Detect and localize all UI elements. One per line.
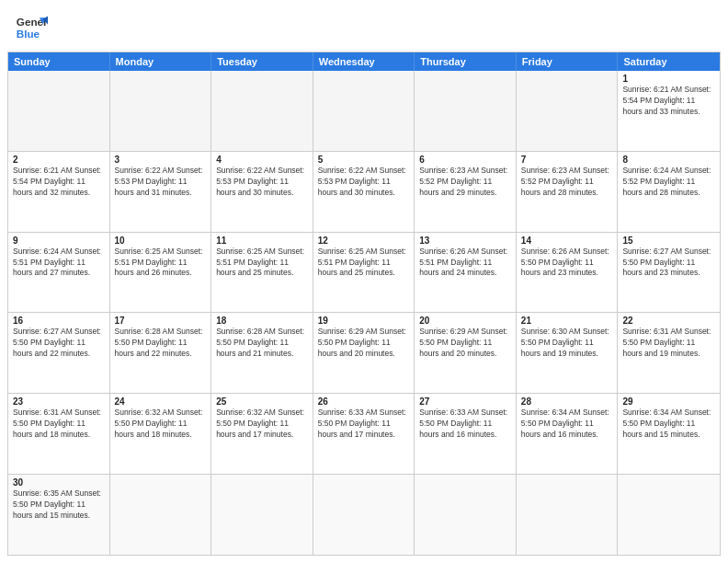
logo: General Blue	[15, 11, 48, 44]
day-header-saturday: Saturday	[618, 52, 720, 71]
cell-info: Sunrise: 6:33 AM Sunset: 5:50 PM Dayligh…	[318, 408, 410, 441]
generalblue-logo-icon: General Blue	[15, 11, 48, 44]
cell-info: Sunrise: 6:25 AM Sunset: 5:51 PM Dayligh…	[318, 247, 410, 280]
calendar-cell: 19Sunrise: 6:29 AM Sunset: 5:50 PM Dayli…	[313, 313, 415, 393]
calendar-cell	[517, 475, 619, 555]
calendar: SundayMondayTuesdayWednesdayThursdayFrid…	[7, 52, 721, 556]
cell-day-number: 17	[115, 316, 207, 326]
cell-day-number: 11	[216, 236, 308, 246]
week-row-0: 1Sunrise: 6:21 AM Sunset: 5:54 PM Daylig…	[8, 71, 720, 151]
cell-day-number: 18	[216, 316, 308, 326]
calendar-cell	[313, 475, 415, 555]
cell-info: Sunrise: 6:32 AM Sunset: 5:50 PM Dayligh…	[216, 408, 308, 441]
cell-day-number: 23	[13, 396, 105, 407]
day-header-thursday: Thursday	[415, 52, 517, 71]
cell-day-number: 10	[115, 236, 207, 246]
calendar-cell: 3Sunrise: 6:22 AM Sunset: 5:53 PM Daylig…	[110, 152, 212, 232]
calendar-cell	[211, 475, 313, 555]
calendar-cell: 15Sunrise: 6:27 AM Sunset: 5:50 PM Dayli…	[618, 233, 720, 313]
calendar-cell: 22Sunrise: 6:31 AM Sunset: 5:50 PM Dayli…	[618, 313, 720, 393]
cell-day-number: 8	[622, 155, 715, 165]
cell-info: Sunrise: 6:29 AM Sunset: 5:50 PM Dayligh…	[318, 327, 410, 360]
cell-day-number: 27	[419, 396, 511, 407]
cell-info: Sunrise: 6:23 AM Sunset: 5:52 PM Dayligh…	[521, 166, 613, 199]
calendar-cell	[110, 71, 212, 151]
calendar-cell: 28Sunrise: 6:34 AM Sunset: 5:50 PM Dayli…	[517, 394, 619, 474]
cell-day-number: 12	[318, 236, 410, 246]
cell-day-number: 5	[318, 155, 410, 165]
cell-day-number: 13	[419, 236, 511, 246]
day-header-monday: Monday	[110, 52, 212, 71]
cell-day-number: 7	[521, 155, 613, 165]
cell-day-number: 29	[622, 396, 715, 407]
calendar-cell: 29Sunrise: 6:34 AM Sunset: 5:50 PM Dayli…	[618, 394, 720, 474]
cell-info: Sunrise: 6:23 AM Sunset: 5:52 PM Dayligh…	[419, 166, 511, 199]
cell-info: Sunrise: 6:34 AM Sunset: 5:50 PM Dayligh…	[622, 408, 715, 441]
cell-day-number: 1	[622, 74, 715, 84]
week-row-4: 23Sunrise: 6:31 AM Sunset: 5:50 PM Dayli…	[8, 393, 720, 474]
cell-day-number: 20	[419, 316, 511, 326]
cell-day-number: 14	[521, 236, 613, 246]
calendar-cell: 1Sunrise: 6:21 AM Sunset: 5:54 PM Daylig…	[618, 71, 720, 151]
calendar-cell: 26Sunrise: 6:33 AM Sunset: 5:50 PM Dayli…	[313, 394, 415, 474]
cell-day-number: 6	[419, 155, 511, 165]
calendar-cell	[618, 475, 720, 555]
calendar-cell: 5Sunrise: 6:22 AM Sunset: 5:53 PM Daylig…	[313, 152, 415, 232]
svg-text:Blue: Blue	[17, 28, 40, 40]
calendar-cell: 20Sunrise: 6:29 AM Sunset: 5:50 PM Dayli…	[415, 313, 517, 393]
cell-day-number: 26	[318, 396, 410, 407]
cell-info: Sunrise: 6:33 AM Sunset: 5:50 PM Dayligh…	[419, 408, 511, 441]
cell-info: Sunrise: 6:26 AM Sunset: 5:50 PM Dayligh…	[521, 247, 613, 280]
calendar-cell: 25Sunrise: 6:32 AM Sunset: 5:50 PM Dayli…	[211, 394, 313, 474]
cell-info: Sunrise: 6:31 AM Sunset: 5:50 PM Dayligh…	[622, 327, 715, 360]
cell-info: Sunrise: 6:21 AM Sunset: 5:54 PM Dayligh…	[13, 166, 105, 199]
weeks: 1Sunrise: 6:21 AM Sunset: 5:54 PM Daylig…	[8, 71, 720, 555]
calendar-cell: 8Sunrise: 6:24 AM Sunset: 5:52 PM Daylig…	[618, 152, 720, 232]
cell-info: Sunrise: 6:27 AM Sunset: 5:50 PM Dayligh…	[13, 327, 105, 360]
calendar-cell: 17Sunrise: 6:28 AM Sunset: 5:50 PM Dayli…	[110, 313, 212, 393]
cell-info: Sunrise: 6:27 AM Sunset: 5:50 PM Dayligh…	[622, 247, 715, 280]
cell-info: Sunrise: 6:28 AM Sunset: 5:50 PM Dayligh…	[115, 327, 207, 360]
cell-info: Sunrise: 6:22 AM Sunset: 5:53 PM Dayligh…	[216, 166, 308, 199]
calendar-cell	[415, 71, 517, 151]
calendar-cell: 2Sunrise: 6:21 AM Sunset: 5:54 PM Daylig…	[8, 152, 110, 232]
page: General Blue SundayMondayTuesdayWednesda…	[0, 0, 728, 563]
cell-info: Sunrise: 6:31 AM Sunset: 5:50 PM Dayligh…	[13, 408, 105, 441]
calendar-cell: 27Sunrise: 6:33 AM Sunset: 5:50 PM Dayli…	[415, 394, 517, 474]
day-header-sunday: Sunday	[8, 52, 110, 71]
cell-day-number: 3	[115, 155, 207, 165]
cell-info: Sunrise: 6:28 AM Sunset: 5:50 PM Dayligh…	[216, 327, 308, 360]
week-row-2: 9Sunrise: 6:24 AM Sunset: 5:51 PM Daylig…	[8, 232, 720, 313]
calendar-cell: 10Sunrise: 6:25 AM Sunset: 5:51 PM Dayli…	[110, 233, 212, 313]
calendar-cell	[211, 71, 313, 151]
calendar-cell: 21Sunrise: 6:30 AM Sunset: 5:50 PM Dayli…	[517, 313, 619, 393]
cell-info: Sunrise: 6:22 AM Sunset: 5:53 PM Dayligh…	[318, 166, 410, 199]
week-row-5: 30Sunrise: 6:35 AM Sunset: 5:50 PM Dayli…	[8, 474, 720, 555]
day-header-friday: Friday	[517, 52, 619, 71]
cell-day-number: 4	[216, 155, 308, 165]
cell-info: Sunrise: 6:25 AM Sunset: 5:51 PM Dayligh…	[115, 247, 207, 280]
cell-day-number: 28	[521, 396, 613, 407]
calendar-cell: 9Sunrise: 6:24 AM Sunset: 5:51 PM Daylig…	[8, 233, 110, 313]
cell-day-number: 21	[521, 316, 613, 326]
cell-info: Sunrise: 6:34 AM Sunset: 5:50 PM Dayligh…	[521, 408, 613, 441]
calendar-cell	[8, 71, 110, 151]
cell-day-number: 22	[622, 316, 715, 326]
calendar-cell: 6Sunrise: 6:23 AM Sunset: 5:52 PM Daylig…	[415, 152, 517, 232]
cell-day-number: 9	[13, 236, 105, 246]
calendar-cell: 18Sunrise: 6:28 AM Sunset: 5:50 PM Dayli…	[211, 313, 313, 393]
calendar-cell: 24Sunrise: 6:32 AM Sunset: 5:50 PM Dayli…	[110, 394, 212, 474]
day-headers: SundayMondayTuesdayWednesdayThursdayFrid…	[8, 52, 720, 71]
cell-day-number: 16	[13, 316, 105, 326]
cell-info: Sunrise: 6:24 AM Sunset: 5:51 PM Dayligh…	[13, 247, 105, 280]
week-row-1: 2Sunrise: 6:21 AM Sunset: 5:54 PM Daylig…	[8, 151, 720, 232]
cell-info: Sunrise: 6:26 AM Sunset: 5:51 PM Dayligh…	[419, 247, 511, 280]
cell-info: Sunrise: 6:22 AM Sunset: 5:53 PM Dayligh…	[115, 166, 207, 199]
cell-day-number: 2	[13, 155, 105, 165]
cell-day-number: 24	[115, 396, 207, 407]
cell-info: Sunrise: 6:21 AM Sunset: 5:54 PM Dayligh…	[622, 85, 715, 118]
cell-info: Sunrise: 6:30 AM Sunset: 5:50 PM Dayligh…	[521, 327, 613, 360]
cell-day-number: 30	[13, 477, 105, 488]
calendar-cell: 16Sunrise: 6:27 AM Sunset: 5:50 PM Dayli…	[8, 313, 110, 393]
cell-info: Sunrise: 6:32 AM Sunset: 5:50 PM Dayligh…	[115, 408, 207, 441]
